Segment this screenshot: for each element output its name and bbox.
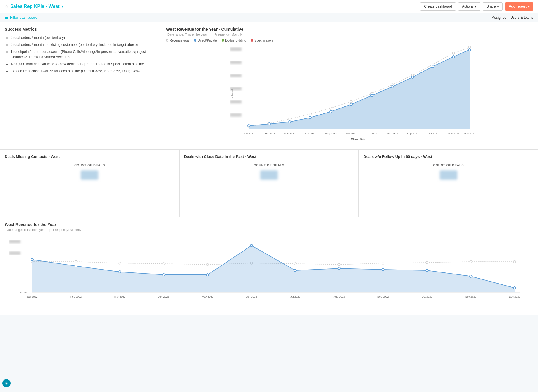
direct-point bbox=[268, 123, 270, 125]
direct-point bbox=[468, 49, 471, 51]
frequency-label[interactable]: Frequency: Monthly bbox=[214, 33, 243, 36]
yearly-direct-point bbox=[294, 269, 296, 272]
legend-dot-goal bbox=[166, 39, 168, 42]
deals-followup-value bbox=[440, 170, 457, 180]
yearly-direct-point bbox=[119, 271, 121, 273]
goal-point bbox=[289, 118, 291, 120]
x-label: Dec 2022 bbox=[464, 132, 475, 135]
legend-label-goal: Revenue goal bbox=[170, 39, 189, 42]
yearly-x-label: May 2022 bbox=[202, 295, 213, 298]
x-label: May 2022 bbox=[325, 132, 337, 135]
direct-point bbox=[391, 86, 393, 88]
actions-label: Actions bbox=[462, 4, 473, 8]
yearly-x-label: Nov 2022 bbox=[465, 295, 477, 298]
yearly-goal-point bbox=[163, 263, 165, 265]
deals-followup-panel: Deals w/o Follow Up in 60 days - West CO… bbox=[359, 150, 538, 217]
direct-point bbox=[289, 121, 291, 123]
cumulative-chart-panel: West Revenue for the Year - Cumulative D… bbox=[161, 22, 538, 149]
deals-close-date-count-label: COUNT OF DEALS bbox=[184, 163, 354, 167]
success-metrics-panel: Success Metrics # total orders / month (… bbox=[0, 22, 161, 149]
yearly-separator: | bbox=[49, 228, 51, 232]
yearly-x-label: Dec 2022 bbox=[509, 295, 520, 298]
yearly-chart-svg: $0.00 Jan 2022 Feb 2022 Mar 2022 Apr 202… bbox=[5, 234, 533, 310]
yearly-x-label: Mar 2022 bbox=[114, 295, 125, 298]
y-axis-label: Subtotal bbox=[231, 89, 234, 99]
goal-point bbox=[330, 107, 332, 109]
deals-missing-panel: Deals Missing Contacts - West COUNT OF D… bbox=[0, 150, 180, 217]
yearly-direct-area bbox=[32, 246, 515, 292]
filter-icon: ☰ bbox=[5, 15, 8, 20]
legend-dot-spec bbox=[251, 39, 253, 42]
x-label: Jan 2022 bbox=[243, 132, 254, 135]
yearly-goal-point bbox=[426, 261, 428, 264]
yearly-direct-point bbox=[250, 244, 253, 247]
x-label: Nov 2022 bbox=[448, 132, 459, 135]
share-button[interactable]: Share ▾ bbox=[483, 2, 503, 11]
yearly-direct-point bbox=[382, 268, 384, 271]
header: ☆ Sales Rep KPIs - West ▾ Create dashboa… bbox=[0, 0, 538, 13]
yearly-frequency[interactable]: Frequency: Monthly bbox=[53, 228, 81, 232]
deals-missing-count-label: COUNT OF DEALS bbox=[5, 163, 175, 167]
filter-bar: ☰ Filter dashboard Assigned: Users & tea… bbox=[0, 13, 538, 22]
yearly-direct-point bbox=[470, 275, 472, 277]
create-dashboard-button[interactable]: Create dashboard bbox=[420, 2, 456, 11]
yearly-goal-point bbox=[206, 263, 209, 266]
deals-close-date-panel: Deals with Close Date in the Past - West… bbox=[180, 150, 359, 217]
legend-item-dodge: Dodge Bidding bbox=[222, 39, 246, 42]
yearly-direct-point bbox=[426, 269, 428, 272]
goal-point bbox=[309, 113, 311, 115]
x-label: Jul 2022 bbox=[367, 132, 377, 135]
assigned-value: Users & teams bbox=[510, 15, 533, 20]
filter-dashboard-button[interactable]: ☰ Filter dashboard bbox=[5, 15, 37, 20]
direct-point bbox=[452, 56, 455, 58]
list-item: 1 touchpoint/month per account (Phone Ca… bbox=[11, 49, 156, 60]
yearly-goal-point bbox=[119, 262, 121, 264]
list-item: # total orders / month (per territory) bbox=[11, 35, 156, 40]
chart-legend: Revenue goal Direct/Private Dodge Biddin… bbox=[166, 39, 533, 42]
yearly-direct-point bbox=[163, 274, 165, 276]
yearly-direct-point bbox=[75, 265, 77, 267]
cumulative-chart-svg-container: Subtotal bbox=[166, 44, 533, 145]
row1: Success Metrics # total orders / month (… bbox=[0, 22, 538, 150]
legend-item-goal: Revenue goal bbox=[166, 39, 189, 42]
legend-item-spec: Specification bbox=[251, 39, 273, 42]
goal-point bbox=[350, 100, 352, 103]
yearly-goal-point bbox=[294, 263, 296, 265]
cumulative-chart-title: West Revenue for the Year - Cumulative bbox=[166, 27, 533, 32]
date-range-label[interactable]: Date range: This entire year bbox=[167, 33, 207, 36]
yearly-goal-point bbox=[470, 260, 472, 263]
goal-point bbox=[452, 52, 455, 54]
direct-point bbox=[411, 76, 414, 78]
yearly-chart-svg-container: $0.00 Jan 2022 Feb 2022 Mar 2022 Apr 202… bbox=[5, 234, 533, 311]
direct-point bbox=[309, 116, 311, 119]
add-report-button[interactable]: Add report ▾ bbox=[505, 2, 533, 11]
deals-missing-value bbox=[81, 170, 98, 180]
yearly-date-range[interactable]: Date range: This entire year bbox=[6, 228, 46, 232]
filter-label: Filter dashboard bbox=[10, 15, 37, 20]
yearly-x-label: Feb 2022 bbox=[70, 295, 82, 298]
actions-button[interactable]: Actions ▾ bbox=[458, 2, 480, 11]
list-item: Exceed Deal closed-won % for each pipeli… bbox=[11, 68, 156, 74]
share-label: Share bbox=[487, 4, 496, 8]
dashboard-title[interactable]: Sales Rep KPIs - West bbox=[10, 4, 60, 9]
yearly-x-label: Jun 2022 bbox=[246, 295, 257, 298]
header-right: Create dashboard Actions ▾ Share ▾ Add r… bbox=[420, 2, 533, 11]
cumulative-chart-meta: Date range: This entire year | Frequency… bbox=[166, 33, 533, 36]
yearly-x-label: Aug 2022 bbox=[334, 295, 345, 298]
deals-close-date-value bbox=[260, 170, 278, 180]
yearly-goal-point bbox=[338, 263, 340, 266]
deals-followup-title: Deals w/o Follow Up in 60 days - West bbox=[363, 154, 533, 159]
x-label: Oct 2022 bbox=[428, 132, 439, 135]
chevron-down-icon[interactable]: ▾ bbox=[61, 4, 63, 8]
x-label: Feb 2022 bbox=[264, 132, 275, 135]
x-label: Jun 2022 bbox=[346, 132, 356, 135]
success-metrics-title: Success Metrics bbox=[5, 27, 156, 32]
legend-label-direct: Direct/Private bbox=[198, 39, 217, 42]
x-label: Mar 2022 bbox=[284, 132, 295, 135]
yearly-chart-panel: West Revenue for the Year Date range: Th… bbox=[0, 217, 538, 315]
share-chevron-icon: ▾ bbox=[497, 4, 499, 8]
separator: | bbox=[210, 33, 212, 36]
star-icon[interactable]: ☆ bbox=[5, 4, 8, 9]
direct-area bbox=[249, 50, 470, 129]
yearly-direct-point bbox=[31, 258, 33, 261]
